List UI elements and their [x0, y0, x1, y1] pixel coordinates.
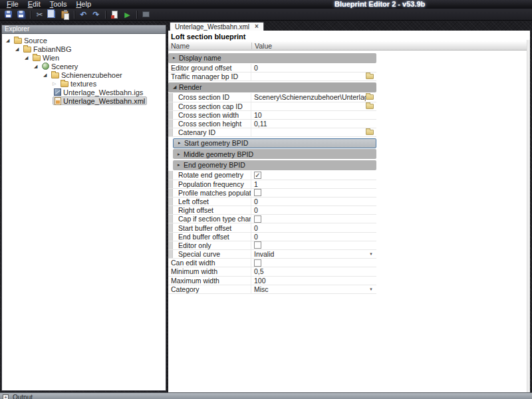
property-row-can-edit-width[interactable]: Can edit width	[168, 259, 376, 267]
property-row-cross-section-height[interactable]: Cross section height0,11	[168, 120, 376, 128]
property-value[interactable]	[251, 128, 376, 136]
property-row-cap-if-section-type-change[interactable]: Cap if section type change	[168, 215, 376, 223]
property-value[interactable]: 0,5	[251, 267, 376, 275]
browse-folder-icon[interactable]	[366, 130, 374, 135]
group-row-middle-geometry-bpid[interactable]: ▸Middle geometry BPID	[173, 149, 376, 159]
property-value[interactable]: 0	[251, 198, 376, 205]
output-panel-header[interactable]: + Output	[0, 392, 532, 399]
property-row-start-buffer-offset[interactable]: Start buffer offset0	[168, 223, 376, 232]
collapsed-arrow-icon[interactable]: ▷	[53, 79, 59, 88]
browse-folder-icon[interactable]	[366, 104, 374, 109]
expanded-arrow-icon[interactable]: ◢	[34, 62, 41, 70]
redo-button[interactable]: ↷	[90, 9, 102, 20]
property-value[interactable]	[251, 72, 376, 80]
property-name: Population frequency	[173, 180, 251, 188]
tab-unterlage-westbahn-xml[interactable]: Unterlage_Westbahn.xml ×	[170, 22, 264, 31]
tree-item-fabiannbg[interactable]: ◢FabianNBG	[2, 45, 166, 53]
export-button[interactable]	[108, 9, 121, 20]
copy-button[interactable]	[46, 9, 59, 20]
property-row-catenary-id[interactable]: Catenary ID	[168, 128, 376, 137]
menu-item-file[interactable]: File	[2, 0, 23, 9]
tree-item-textures[interactable]: ▷textures	[2, 79, 166, 88]
play-button[interactable]: ▶	[121, 9, 134, 20]
property-row-editor-only[interactable]: Editor only	[168, 241, 376, 250]
tree-item-unterlage-westbahn-igs[interactable]: Unterlage_Westbahn.igs	[2, 88, 166, 96]
property-value[interactable]: 0	[251, 223, 376, 231]
tab-close-icon[interactable]: ×	[255, 23, 259, 30]
property-row-traffic-manager-bp-id[interactable]: Traffic manager bp ID	[168, 72, 376, 81]
menu-item-tools[interactable]: Tools	[45, 0, 72, 9]
property-value[interactable]: 10	[251, 111, 376, 119]
property-row-maximum-width[interactable]: Maximum width100	[168, 277, 376, 285]
tree-item-unterlage-westbahn-xml[interactable]: Unterlage_Westbahn.xml	[2, 96, 166, 105]
collapsed-arrow-icon[interactable]: ▸	[178, 152, 184, 157]
property-value[interactable]: Scenery\Schienenzubehoer\Unterlage_Westb…	[251, 93, 376, 101]
property-value[interactable]: 0,11	[251, 120, 376, 128]
group-row-display-name[interactable]: ▸Display name	[168, 53, 376, 63]
property-value[interactable]	[251, 259, 376, 267]
group-row-end-geometry-bpid[interactable]: ▸End geometry BPID	[173, 160, 376, 170]
collapsed-arrow-icon[interactable]: ▸	[178, 140, 184, 146]
property-row-minimum-width[interactable]: Minimum width0,5	[168, 267, 376, 276]
save-button[interactable]	[2, 9, 15, 20]
tree-item-scenery[interactable]: ◢Scenery	[2, 62, 166, 70]
checkbox-checked[interactable]	[254, 172, 261, 179]
tree-item-wien[interactable]: ◢Wien	[2, 53, 166, 62]
menu-item-help[interactable]: Help	[71, 0, 96, 9]
checkbox-unchecked[interactable]	[254, 189, 261, 196]
indent-gutter	[168, 241, 173, 249]
browse-folder-icon[interactable]	[366, 74, 374, 79]
property-row-special-curve[interactable]: Special curveInvalid▼	[168, 250, 376, 259]
property-row-profile-matches-population[interactable]: Profile matches population	[168, 189, 376, 198]
property-value[interactable]	[251, 171, 376, 179]
cut-button[interactable]: ✂	[33, 9, 46, 20]
checkbox-unchecked[interactable]	[254, 241, 261, 249]
vertical-scrollbar[interactable]	[527, 40, 530, 392]
expanded-arrow-icon[interactable]: ◢	[15, 45, 22, 53]
property-row-cross-section-id[interactable]: Cross section IDScenery\Schienenzubehoer…	[168, 93, 376, 102]
save-all-button[interactable]	[15, 9, 27, 20]
expanded-arrow-icon[interactable]: ◢	[173, 84, 179, 90]
expanded-arrow-icon[interactable]: ◢	[43, 70, 50, 79]
property-row-population-frequency[interactable]: Population frequency1	[168, 180, 376, 189]
menu-item-edit[interactable]: Edit	[23, 0, 45, 9]
dropdown-arrow-icon[interactable]: ▼	[369, 287, 373, 291]
tree-item-source[interactable]: ◢Source	[2, 36, 166, 45]
property-row-right-offset[interactable]: Right offset0	[168, 206, 376, 215]
property-value[interactable]: 1	[251, 180, 376, 188]
property-row-category[interactable]: CategoryMisc▼	[168, 285, 376, 294]
group-row-start-geometry-bpid[interactable]: ▸Start geometry BPID	[173, 138, 376, 148]
property-value[interactable]: 0	[251, 206, 376, 214]
paste-button[interactable]	[59, 9, 71, 20]
property-value[interactable]: 0	[251, 233, 376, 241]
undo-button[interactable]: ↶	[77, 9, 90, 20]
collapsed-arrow-icon[interactable]: ▸	[178, 162, 184, 168]
property-value[interactable]	[251, 241, 376, 249]
folder-icon	[51, 72, 59, 78]
property-row-cross-section-width[interactable]: Cross section width10	[168, 111, 376, 120]
tree-item-schienenzubehoer[interactable]: ◢Schienenzubehoer	[2, 70, 166, 79]
property-value[interactable]: Misc▼	[251, 285, 376, 293]
checkbox-unchecked[interactable]	[254, 215, 261, 223]
property-name: Cross section ID	[173, 93, 251, 101]
window-button[interactable]	[140, 9, 152, 20]
collapsed-arrow-icon[interactable]: ▸	[173, 55, 179, 61]
property-value[interactable]	[251, 189, 376, 197]
property-value[interactable]: Invalid▼	[251, 250, 376, 258]
property-row-left-offset[interactable]: Left offset0	[168, 198, 376, 206]
checkbox-unchecked[interactable]	[254, 259, 261, 267]
property-value[interactable]	[251, 102, 376, 110]
group-row-render[interactable]: ◢Render	[168, 82, 376, 92]
browse-folder-icon[interactable]	[366, 94, 374, 100]
output-expander-icon[interactable]: +	[3, 394, 9, 399]
property-value[interactable]: 0	[251, 64, 376, 72]
expanded-arrow-icon[interactable]: ◢	[6, 36, 13, 45]
property-value[interactable]: 100	[251, 277, 376, 285]
property-row-cross-section-cap-id[interactable]: Cross section cap ID	[168, 102, 376, 111]
expanded-arrow-icon[interactable]: ◢	[25, 53, 31, 62]
dropdown-arrow-icon[interactable]: ▼	[369, 252, 373, 256]
property-row-end-buffer-offset[interactable]: End buffer offset0	[168, 233, 376, 241]
property-row-rotate-end-geometry[interactable]: Rotate end geometry	[168, 171, 376, 180]
property-row-editor-ground-offset[interactable]: Editor ground offset0	[168, 64, 376, 72]
property-value[interactable]	[251, 215, 376, 223]
